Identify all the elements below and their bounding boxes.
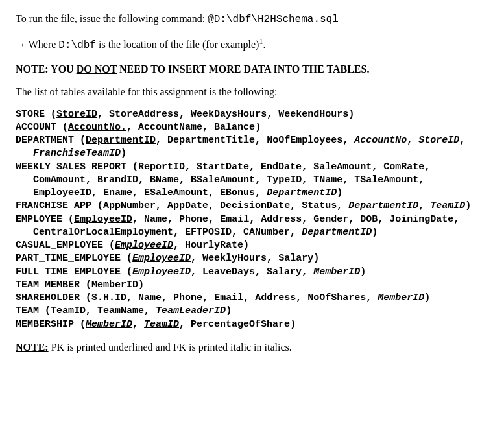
table-name: CASUAL_EMPLOYEE <box>16 240 103 251</box>
note-prefix: NOTE: YOU <box>16 64 77 75</box>
note-suffix: NEED TO INSERT MORE DATA INTO THE TABLES… <box>117 64 369 75</box>
col: Email <box>220 214 249 225</box>
col: DecisionDate <box>220 200 290 211</box>
table-name: ACCOUNT <box>16 122 56 133</box>
col: CentralOrLocalEmployment <box>33 227 173 238</box>
table-team-member: TEAM_MEMBER (MemberID) <box>16 279 488 292</box>
table-membership: MEMBERSHIP (MemberID, TeamID, Percentage… <box>16 318 488 331</box>
file-location-text: → Where D:\dbf is the location of the fi… <box>16 36 488 53</box>
col: Email <box>214 292 243 303</box>
col: NoOfEmployees <box>267 135 342 146</box>
col: Address <box>255 292 296 303</box>
col: TName <box>313 174 342 185</box>
col: LeaveDays <box>202 266 255 277</box>
col: Ename <box>103 187 132 198</box>
col: EmployeeID <box>33 187 91 198</box>
run-command-code: @D:\dbf\H2HSchema.sql <box>208 14 339 25</box>
where-prefix: Where <box>29 39 59 50</box>
run-command-text: To run the file, issue the following com… <box>16 12 488 27</box>
table-franchise-app: FRANCHISE_APP (AppNumber, AppDate, Decis… <box>16 200 488 213</box>
table-employee: EMPLOYEE (EmployeeID, Name, Phone, Email… <box>16 213 488 240</box>
col-pk: DepartmentID <box>86 135 156 146</box>
col: TSaleAmount <box>354 174 418 185</box>
col: Balance <box>214 122 255 133</box>
note-key-legend: NOTE: PK is printed underlined and FK is… <box>16 340 488 355</box>
note-insert-data: NOTE: YOU DO NOT NEED TO INSERT MORE DAT… <box>16 62 488 76</box>
col: Name <box>138 292 162 303</box>
col: EBonus <box>220 187 255 198</box>
col: JoiningDate <box>389 214 453 225</box>
where-path: D:\dbf <box>58 40 96 51</box>
table-name: TEAM_MEMBER <box>16 279 80 290</box>
table-department: DEPARTMENT (DepartmentID, DepartmentTitl… <box>16 134 488 161</box>
col: Address <box>261 214 302 225</box>
col: BSaleAmount <box>191 174 255 185</box>
table-name: EMPLOYEE <box>16 214 62 225</box>
col: ComRate <box>383 161 424 172</box>
table-name: SHAREHOLDER <box>16 292 80 303</box>
col: EndDate <box>261 161 302 172</box>
col: EFTPOSID <box>185 227 232 238</box>
col-fk: AccountNo <box>354 135 407 146</box>
table-name: DEPARTMENT <box>16 135 74 146</box>
col-pk: MemberID <box>91 279 138 290</box>
col-fk: FranchiseTeamID <box>33 148 121 159</box>
arrow-right-icon: → <box>16 38 26 52</box>
run-command-prefix: To run the file, issue the following com… <box>16 13 208 24</box>
col-fk: DepartmentID <box>302 227 372 238</box>
table-name: FULL_TIME_EMPLOYEE <box>16 266 121 277</box>
col-pk: AccountNo. <box>68 122 126 133</box>
col: TeamName <box>97 305 144 316</box>
col: Phone <box>173 292 202 303</box>
note-text: PK is printed underlined and FK is print… <box>49 342 292 353</box>
table-name: STORE <box>16 109 45 120</box>
where-period: . <box>263 39 265 50</box>
col: WeeklyHours <box>202 253 267 264</box>
col-fk: StoreID <box>418 135 459 146</box>
col-fk: DepartmentID <box>267 187 337 198</box>
table-name: TEAM <box>16 305 39 316</box>
col-fk: DepartmentID <box>348 200 418 211</box>
col-pk: StoreID <box>56 109 97 120</box>
table-name: MEMBERSHIP <box>16 319 74 330</box>
where-suffix: is the location of the file (for example… <box>99 39 259 50</box>
col-pk-fk: EmployeeID <box>132 253 191 264</box>
col-fk: MemberID <box>313 266 360 277</box>
col: NoOfShares <box>307 292 366 303</box>
table-casual-employee: CASUAL_EMPLOYEE (EmployeeID, HourlyRate) <box>16 239 488 252</box>
col: TypeID <box>267 174 302 185</box>
col: Salary <box>278 253 313 264</box>
col-pk-fk: EmployeeID <box>132 266 191 277</box>
col: WeekendHours <box>278 109 348 120</box>
col: HourlyRate <box>185 240 243 251</box>
col: AccountName <box>138 122 202 133</box>
table-shareholder: SHAREHOLDER (S.H.ID, Name, Phone, Email,… <box>16 292 488 305</box>
tables-intro: The list of tables available for this as… <box>16 85 488 99</box>
col: ESaleAmount <box>144 187 208 198</box>
table-weekly-sales-report: WEEKLY_SALES_REPORT (ReportID, StartDate… <box>16 161 488 200</box>
col: CANumber <box>243 227 290 238</box>
col: SaleAmount <box>313 161 372 172</box>
schema-definitions: STORE (StoreID, StoreAddress, WeekDaysHo… <box>16 108 488 331</box>
col-pk: TeamID <box>51 305 86 316</box>
col-pk-fk: EmployeeID <box>115 240 173 251</box>
note-do-not: DO NOT <box>77 64 117 75</box>
table-name: PART_TIME_EMPLOYEE <box>16 253 121 264</box>
col: Salary <box>267 266 302 277</box>
col-pk-fk: TeamID <box>144 319 179 330</box>
table-store: STORE (StoreID, StoreAddress, WeekDaysHo… <box>16 108 488 121</box>
col: StoreAddress <box>109 109 179 120</box>
table-account: ACCOUNT (AccountNo., AccountName, Balanc… <box>16 121 488 134</box>
col: StartDate <box>197 161 249 172</box>
col-fk: MemberID <box>378 292 424 303</box>
col-pk: S.H.ID <box>91 292 126 303</box>
note-label: NOTE: <box>16 342 49 353</box>
table-part-time-employee: PART_TIME_EMPLOYEE (EmployeeID, WeeklyHo… <box>16 252 488 265</box>
col: BrandID <box>97 174 138 185</box>
col: Phone <box>179 214 208 225</box>
col-pk: EmployeeID <box>74 214 132 225</box>
col-pk: AppNumber <box>103 200 156 211</box>
table-name: FRANCHISE_APP <box>16 200 91 211</box>
col: DOB <box>360 214 378 225</box>
col: Name <box>144 214 167 225</box>
